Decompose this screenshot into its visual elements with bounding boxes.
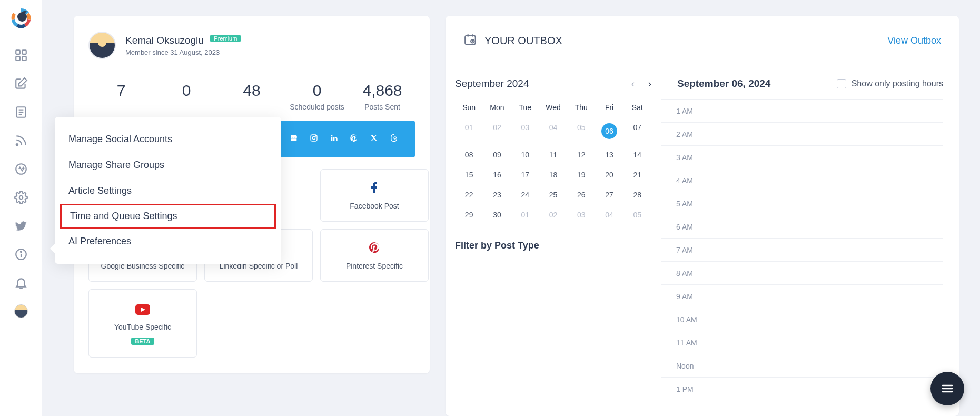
calendar-day[interactable]: 25: [539, 191, 567, 199]
calendar-day[interactable]: 01: [455, 123, 483, 139]
bell-icon[interactable]: [14, 276, 28, 290]
calendar-day[interactable]: 26: [567, 191, 595, 199]
hour-slot[interactable]: [709, 354, 943, 377]
calendar-day[interactable]: 03: [567, 211, 595, 219]
hour-row: 6 AM: [661, 215, 943, 238]
calendar-day[interactable]: 24: [511, 191, 539, 199]
profile-name: Kemal Oksuzoglu: [125, 35, 204, 46]
instagram-icon[interactable]: [309, 134, 319, 145]
hour-slot[interactable]: [709, 262, 943, 284]
svg-point-9: [16, 144, 17, 145]
calendar-day[interactable]: 15: [455, 171, 483, 179]
hour-label: 11 AM: [661, 339, 709, 347]
calendar-day[interactable]: 18: [539, 171, 567, 179]
threads-icon[interactable]: [389, 134, 399, 145]
hour-row: Noon: [661, 354, 943, 377]
settings-icon[interactable]: [14, 191, 28, 204]
hour-slot[interactable]: [709, 215, 943, 238]
calendar-day[interactable]: 04: [595, 211, 623, 219]
compose-icon[interactable]: [14, 77, 28, 91]
menu-ai-preferences[interactable]: AI Preferences: [55, 229, 281, 254]
calendar-day[interactable]: 16: [483, 171, 511, 179]
checkbox-icon: [837, 79, 846, 88]
stat-4-value: 4,868: [350, 82, 415, 100]
google-business-icon[interactable]: [289, 134, 299, 145]
show-only-label: Show only posting hours: [852, 79, 943, 88]
menu-article-settings[interactable]: Article Settings: [55, 178, 281, 204]
menu-time-queue[interactable]: Time and Queue Settings: [60, 204, 276, 229]
calendar-day[interactable]: 27: [595, 191, 623, 199]
calendar-box-icon: [463, 33, 477, 49]
dashboard-icon[interactable]: [14, 48, 28, 62]
hour-row: 5 AM: [661, 192, 943, 215]
tile-youtube[interactable]: YouTube Specific BETA: [88, 289, 197, 358]
calendar-day[interactable]: 14: [623, 151, 651, 159]
calendar-day[interactable]: 21: [623, 171, 651, 179]
calendar-day[interactable]: 04: [539, 123, 567, 139]
view-outbox-link[interactable]: View Outbox: [887, 35, 941, 46]
calendar-day[interactable]: 29: [455, 211, 483, 219]
outbox-card: YOUR OUTBOX View Outbox September 2024 ‹…: [446, 16, 959, 416]
calendar-day[interactable]: 28: [623, 191, 651, 199]
calendar-day[interactable]: 10: [511, 151, 539, 159]
articles-icon[interactable]: [14, 105, 28, 119]
calendar-day[interactable]: 02: [483, 123, 511, 139]
calendar-day[interactable]: 30: [483, 211, 511, 219]
calendar-day[interactable]: 05: [567, 123, 595, 139]
hours-column: September 06, 2024 Show only posting hou…: [661, 66, 959, 412]
hour-slot[interactable]: [709, 308, 943, 331]
hour-slot[interactable]: [709, 192, 943, 215]
svg-rect-1: [16, 50, 20, 54]
calendar-day[interactable]: 09: [483, 151, 511, 159]
calendar-day[interactable]: 20: [595, 171, 623, 179]
calendar-day[interactable]: 17: [511, 171, 539, 179]
show-only-posting-checkbox[interactable]: Show only posting hours: [837, 79, 943, 88]
youtube-icon: [135, 302, 150, 319]
user-avatar-small[interactable]: [14, 304, 28, 318]
pinterest-icon[interactable]: [349, 134, 359, 145]
left-sidebar: [0, 0, 42, 416]
hour-slot[interactable]: [709, 123, 943, 145]
calendar-day[interactable]: 01: [511, 211, 539, 219]
calendar-day[interactable]: 02: [539, 211, 567, 219]
menu-manage-groups[interactable]: Manage Share Groups: [55, 152, 281, 178]
calendar-day[interactable]: 06: [601, 123, 617, 139]
prev-month-button[interactable]: ‹: [631, 78, 635, 90]
calendar-day[interactable]: 13: [595, 151, 623, 159]
hour-slot[interactable]: [709, 331, 943, 354]
hour-slot[interactable]: [709, 378, 943, 400]
hour-slot[interactable]: [709, 146, 943, 169]
rss-icon[interactable]: [14, 134, 28, 147]
hour-slot[interactable]: [709, 239, 943, 261]
tile-pinterest[interactable]: Pinterest Specific: [320, 229, 429, 282]
x-icon[interactable]: [369, 134, 379, 145]
outbox-title: YOUR OUTBOX: [484, 35, 562, 47]
calendar-grid: SunMonTueWedThuFriSat0102030405060708091…: [455, 103, 651, 219]
calendar-day[interactable]: 23: [483, 191, 511, 199]
linkedin-icon[interactable]: [329, 134, 339, 145]
twitter-icon[interactable]: [14, 219, 28, 233]
hour-slot[interactable]: [709, 169, 943, 192]
calendar-day[interactable]: 05: [623, 211, 651, 219]
info-icon[interactable]: [14, 247, 28, 261]
floating-menu-button[interactable]: [930, 372, 964, 405]
calendar-day[interactable]: 19: [567, 171, 595, 179]
calendar-day[interactable]: 11: [539, 151, 567, 159]
next-month-button[interactable]: ›: [648, 78, 651, 90]
calendar-day[interactable]: 08: [455, 151, 483, 159]
tile-facebook-post[interactable]: Facebook Post: [320, 169, 429, 222]
menu-manage-social[interactable]: Manage Social Accounts: [55, 126, 281, 152]
recycle-icon[interactable]: [14, 162, 28, 176]
calendar-day[interactable]: 12: [567, 151, 595, 159]
hour-slot[interactable]: [709, 100, 943, 122]
hour-slot[interactable]: [709, 285, 943, 308]
calendar-day[interactable]: 03: [511, 123, 539, 139]
hour-row: 1 PM: [661, 377, 943, 400]
app-logo[interactable]: [8, 5, 34, 31]
calendar-dow: Mon: [483, 103, 511, 112]
calendar-day[interactable]: 22: [455, 191, 483, 199]
stats-row: 7 0 48 0 Scheduled posts 4,868 Posts Sen…: [88, 71, 415, 121]
hour-label: 5 AM: [661, 200, 709, 208]
hour-label: 1 PM: [661, 385, 709, 393]
calendar-day[interactable]: 07: [623, 123, 651, 139]
